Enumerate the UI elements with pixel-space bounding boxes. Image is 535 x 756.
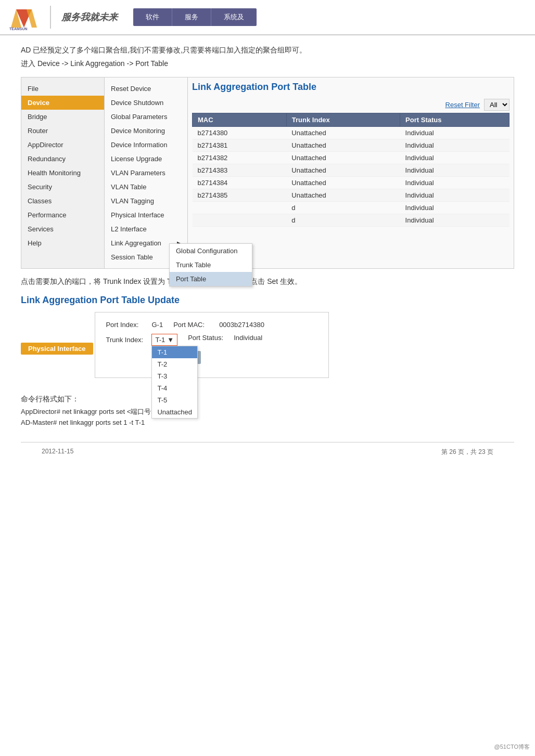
logo-area: TEAMSUN 服务我就未来 [8,4,118,30]
watermark: @51CTO博客 [494,743,530,751]
flyout-global-config[interactable]: Global Configuration [170,244,252,258]
cell-status: Individual [400,152,509,164]
update-section-title: Link Aggregation Port Table Update [21,295,514,306]
port-index-label: Port Index: [106,321,147,329]
table-row[interactable]: b2714382 Unattached Individual [193,152,509,164]
sidebar-item-appdirector[interactable]: AppDirector [21,138,104,152]
nav-item-software[interactable]: 软件 [133,8,172,26]
port-form: Port Index: G-1 Port MAC: 0003b2714380 T… [95,312,329,378]
sidebar-item-bridge[interactable]: Bridge [21,110,104,124]
cell-status: Individual [400,202,509,214]
cell-mac [193,202,287,214]
nav-item-service[interactable]: 服务 [172,8,211,26]
desc-text: 点击需要加入的端口，将 Trunk Index 设置为 T-1，默认是非聚合端口… [21,277,514,286]
submenu-license-upgrade[interactable]: License Upgrade [105,152,187,166]
table-row[interactable]: b2714385 Unattached Individual [193,189,509,202]
nav-item-system[interactable]: 系统及 [211,8,257,26]
cell-status: Individual [400,214,509,227]
cell-status: Individual [400,189,509,202]
table-row[interactable]: d Individual [193,214,509,227]
trunk-option-unattached[interactable]: Unattached [152,406,197,418]
device-submenu: Reset Device Device Shutdown Global Para… [105,77,188,268]
trunk-option-t2[interactable]: T-2 [152,358,197,370]
cell-trunk: Unattached [286,152,400,164]
submenu-device-information[interactable]: Device Information [105,138,187,152]
reset-filter-link[interactable]: Reset Filter [445,101,480,109]
trunk-option-t4[interactable]: T-4 [152,382,197,394]
table-area: Link Aggregation Port Table Reset Filter… [188,77,514,268]
table-row[interactable]: b2714380 Unattached Individual [193,127,509,139]
port-index-group: Port Index: G-1 [106,321,163,329]
sidebar-item-device[interactable]: Device [21,96,104,110]
trunk-option-t5[interactable]: T-5 [152,394,197,406]
cell-mac: b2714380 [193,127,287,139]
link-aggregation-flyout: Global Configuration Trunk Table Port Ta… [169,243,252,286]
physical-interface-badge: Physical Interface [21,343,93,355]
trunk-option-t3[interactable]: T-3 [152,370,197,382]
svg-text:TEAMSUN: TEAMSUN [9,27,28,30]
col-trunk-index: Trunk Index [286,113,400,127]
flyout-port-table[interactable]: Port Table [170,272,252,286]
table-row[interactable]: b2714384 Unattached Individual [193,177,509,189]
trunk-select-trigger[interactable]: T-1 ▼ [151,334,177,346]
port-index-value: G-1 [151,321,163,329]
cmd-line1: AppDirector# net linkaggr ports set <端口号… [21,407,514,416]
port-mac-label: Port MAC: [173,321,215,329]
col-mac: MAC [193,113,287,127]
dropdown-arrow-icon: ▼ [167,336,174,344]
trunk-select-container: T-1 ▼ T-1 T-2 T-3 T-4 T-5 Unattached [151,334,177,346]
flyout-trunk-table[interactable]: Trunk Table [170,258,252,272]
menu-container: File Device Bridge Router AppDirector Re… [21,77,514,269]
cell-trunk: Unattached [286,127,400,139]
table-row[interactable]: d Individual [193,202,509,214]
submenu-physical-interface[interactable]: Physical Interface [105,208,187,222]
port-mac-group: Port MAC: 0003b2714380 [173,321,264,329]
nav-bar: 软件 服务 系统及 [133,8,257,26]
sidebar-item-file[interactable]: File [21,82,104,96]
main-content: AD 已经预定义了多个端口聚合组,我们不需要修改,只需要将端口加入指定的聚合组即… [0,35,535,472]
submenu-device-shutdown[interactable]: Device Shutdown [105,96,187,110]
port-status-value: Individual [234,334,262,342]
sidebar-item-router[interactable]: Router [21,124,104,138]
sidebar-item-redundancy[interactable]: Redundancy [21,152,104,166]
cell-status: Individual [400,177,509,189]
trunk-option-t1[interactable]: T-1 [152,346,197,358]
trunk-index-group: Trunk Index: T-1 ▼ T-1 T-2 T-3 T-4 T-5 U… [106,334,177,346]
port-status-group: Port Status: Individual [188,334,262,342]
submenu-vlan-tagging[interactable]: VLAN Tagging [105,194,187,208]
cell-trunk: Unattached [286,177,400,189]
sidebar-item-health-monitoring[interactable]: Health Monitoring [21,166,104,180]
submenu-reset-device[interactable]: Reset Device [105,82,187,96]
sidebar-menu: File Device Bridge Router AppDirector Re… [21,77,105,268]
cell-status: Individual [400,164,509,177]
footer-date: 2012-11-15 [42,448,73,457]
submenu-vlan-table[interactable]: VLAN Table [105,180,187,194]
cell-trunk: Unattached [286,189,400,202]
cell-mac: b2714381 [193,139,287,152]
submenu-device-monitoring[interactable]: Device Monitoring [105,124,187,138]
submenu-l2-interface[interactable]: L2 Interface [105,222,187,236]
trunk-selected-value: T-1 [155,336,165,344]
filter-select[interactable]: All [484,99,509,111]
svg-marker-2 [27,9,37,28]
cell-status: Individual [400,139,509,152]
sidebar-item-classes[interactable]: Classes [21,194,104,208]
intro-line2: 进入 Device -> Link Aggregation -> Port Ta… [21,59,514,69]
sidebar-item-security[interactable]: Security [21,180,104,194]
submenu-global-parameters[interactable]: Global Parameters [105,110,187,124]
filter-bar: Reset Filter All [192,99,509,111]
port-status-label: Port Status: [188,334,230,342]
submenu-vlan-parameters[interactable]: VLAN Parameters [105,166,187,180]
logo-divider [50,6,51,29]
sidebar-item-performance[interactable]: Performance [21,208,104,222]
table-row[interactable]: b2714381 Unattached Individual [193,139,509,152]
sidebar-item-help[interactable]: Help [21,236,104,250]
sidebar-item-services[interactable]: Services [21,222,104,236]
table-row[interactable]: b2714383 Unattached Individual [193,164,509,177]
table-title: Link Aggregation Port Table [192,82,509,93]
cmd-label: 命令行格式如下： [21,395,514,404]
intro-line1: AD 已经预定义了多个端口聚合组,我们不需要修改,只需要将端口加入指定的聚合组即… [21,46,514,55]
submenu-link-aggregation[interactable]: Link Aggregation Global Configuration Tr… [105,236,187,250]
teamsun-logo-icon: TEAMSUN [8,4,40,30]
cell-mac [193,214,287,227]
